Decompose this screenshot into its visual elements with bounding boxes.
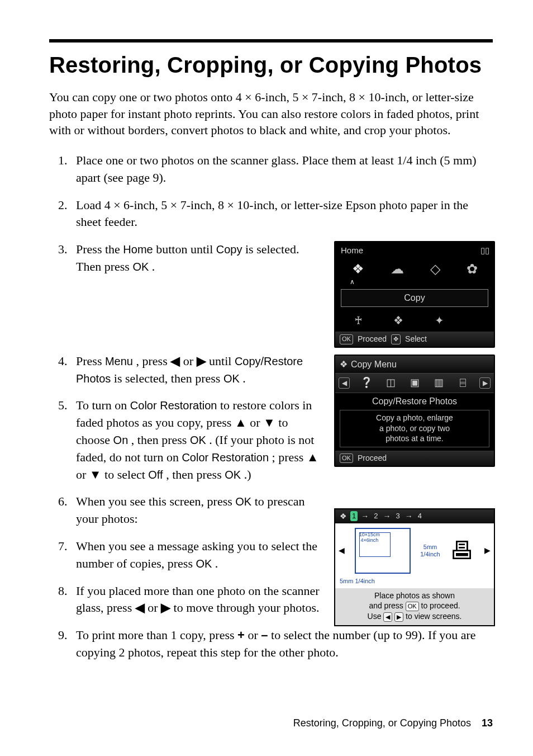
menu-restore-icon: ▣	[407, 376, 422, 390]
menu-proceed-label: Proceed	[358, 453, 387, 464]
step-4-b: , press	[136, 354, 170, 368]
off-label: Off	[148, 469, 163, 481]
caption-line3a: Use	[368, 612, 384, 621]
wizard-step-1: 1	[350, 511, 358, 521]
right-arrow-icon: ▶	[479, 377, 491, 389]
left-arrow-glyph: ◀	[170, 354, 180, 368]
step-6-a: When you see this screen, press	[76, 494, 235, 508]
right-arrow-glyph: ▶	[197, 354, 206, 368]
home-screen-title: Home	[341, 244, 363, 256]
caption-line1: Place photos as shown	[339, 590, 491, 601]
step-9-b: or	[248, 628, 261, 642]
step-8-c: to move through your photos.	[174, 601, 320, 615]
caption-line2b: to proceed.	[421, 601, 460, 610]
step-4-e: is selected, then press	[114, 371, 223, 385]
footer-section: Restoring, Cropping, or Copying Photos	[293, 717, 471, 729]
wizard-step-2: 2	[372, 511, 379, 521]
selection-indicator: ∧	[335, 277, 494, 287]
figure-place-photos: ❖ 1→ 2→ 3→ 4 ◀ 10×15cm 4×6inch 5m	[334, 508, 495, 627]
gap-mm: 5mm	[423, 544, 437, 550]
step-5-i: to select	[104, 467, 148, 481]
intro-paragraph: You can copy one or two photos onto 4 × …	[49, 89, 493, 139]
ok-label-6: OK	[235, 495, 251, 508]
caption-ok-hint: OK	[406, 602, 419, 611]
step-4-c: or	[183, 354, 197, 368]
dpad-icon: ✥	[391, 334, 401, 344]
step-1-text: Place one or two photos on the scanner g…	[76, 153, 477, 185]
step-2-text: Load 4 × 6-inch, 5 × 7-inch, 8 × 10-inch…	[76, 198, 468, 229]
proceed-label: Proceed	[358, 334, 387, 345]
step-4-a: Press	[76, 354, 105, 368]
step-5-h: or	[76, 467, 89, 481]
gap-in: 1/4inch	[420, 551, 440, 557]
menu-desc-line2: a photo, or copy two	[342, 423, 487, 433]
copy-mode-label: Copy	[216, 243, 242, 256]
copy-mode-icon: ❖	[352, 259, 364, 278]
step-5-g: ; press	[272, 450, 307, 464]
step-4-d: until	[209, 354, 235, 368]
printer-icon: 🖶	[450, 538, 474, 563]
step-9: To print more than 1 copy, press + or – …	[70, 627, 493, 662]
color-restoration-label-2: Color Restoration	[182, 451, 269, 464]
home-screen-label: Copy	[341, 289, 488, 307]
left-arrow-glyph-8: ◀	[135, 601, 145, 615]
menu-header-icon: ❖	[340, 358, 348, 371]
top-rule	[49, 39, 493, 42]
photo-size-in: 4×6inch	[360, 537, 378, 543]
brush-icon: ✦	[435, 313, 444, 328]
scanner-glass-icon: 10×15cm 4×6inch	[355, 528, 411, 574]
step-list: Place one or two photos on the scanner g…	[49, 152, 493, 672]
ok-label-5a: OK	[190, 434, 206, 446]
caption-line2a: and press	[369, 601, 405, 610]
menu-button-label: Menu	[105, 355, 133, 367]
plus-glyph: +	[237, 628, 245, 642]
down-arrow-glyph-2: ▼	[89, 467, 102, 481]
step-8-b: or	[147, 601, 161, 615]
step-5-j: , then press	[166, 467, 225, 481]
menu-print-icon: ⌸	[455, 376, 470, 390]
up-arrow-glyph-2: ▲	[307, 450, 319, 464]
wizard-step-4: 4	[416, 511, 423, 521]
figure-copy-menu: ❖ Copy Menu ◀ ❔ ◫ ▣ ▥ ⌸ ▶ Copy/Restore P…	[334, 355, 495, 467]
ok-label-5b: OK	[225, 469, 241, 481]
step-3-a: Press the	[76, 242, 123, 256]
step-1: Place one or two photos on the scanner g…	[70, 152, 493, 187]
figure-column: Home ▯▯ ❖ ☁ ◇ ✿ ∧ Copy ♰ ❖ ✦	[334, 241, 493, 626]
figure-home-screen: Home ▯▯ ❖ ☁ ◇ ✿ ∧ Copy ♰ ❖ ✦	[334, 241, 495, 347]
left-arrow-icon: ◀	[339, 377, 350, 389]
on-label: On	[113, 434, 129, 446]
down-arrow-glyph-1: ▼	[263, 415, 275, 429]
settings-icon: ♰	[354, 313, 363, 328]
ok-button-label: OK	[132, 261, 149, 273]
step-7-b: .	[215, 556, 218, 570]
margin-spec: 5mm 1/4inch	[340, 578, 375, 584]
wizard-mode-icon: ❖	[340, 511, 347, 522]
step-5-e: , then press	[131, 433, 190, 447]
step-4-f: .	[242, 371, 246, 385]
scan-mode-icon: ◇	[430, 259, 440, 278]
step-3-d: .	[152, 259, 155, 273]
home-button-label: Home	[123, 243, 153, 256]
page-footer: Restoring, Cropping, or Copying Photos 1…	[49, 717, 493, 729]
right-arrow-glyph-8: ▶	[161, 601, 170, 615]
minus-glyph: –	[261, 628, 268, 642]
ok-button-hint: OK	[340, 334, 353, 344]
menu-ok-hint: OK	[340, 453, 353, 463]
step-2: Load 4 × 6-inch, 5 × 7-inch, 8 × 10-inch…	[70, 197, 493, 231]
page-title: Restoring, Cropping, or Copying Photos	[49, 53, 493, 78]
up-arrow-glyph-1: ▲	[235, 415, 247, 429]
wizard-left-arrow: ◀	[339, 545, 345, 556]
step-5-c: or	[250, 415, 263, 429]
caption-right-hint: ▶	[394, 612, 403, 622]
menu-selected-label: Copy/Restore Photos	[335, 393, 494, 410]
step-9-a: To print more than 1 copy, press	[76, 628, 237, 642]
menu-help-icon: ❔	[359, 376, 374, 390]
footer-page-number: 13	[482, 717, 493, 729]
menu-pages-icon: ▥	[431, 376, 446, 390]
setup-mode-icon: ✿	[467, 259, 478, 278]
step-5-a: To turn on	[76, 398, 130, 412]
photo-mode-icon: ☁	[391, 259, 404, 278]
select-label: Select	[405, 334, 427, 345]
wizard-right-arrow: ▶	[484, 545, 491, 556]
menu-layout-icon: ◫	[383, 376, 398, 390]
